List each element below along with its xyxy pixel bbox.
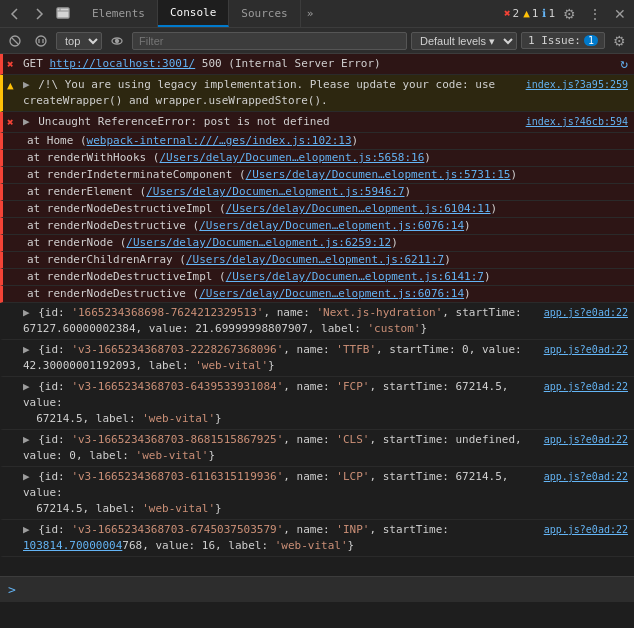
stack-render-node3: at renderNode (/Users/delay/Documen…elop… [0, 235, 634, 252]
stack-render-node5: at renderNodeDestructive (/Users/delay/D… [0, 286, 634, 303]
log-ttfb: app.js?e0ad:22 ▶ {id: 'v3-1665234368703-… [0, 340, 634, 377]
console-output: ✖ GET http://localhost:3001/ 500 (Intern… [0, 54, 634, 576]
svg-point-5 [36, 36, 46, 46]
stack-indet-link[interactable]: /Users/delay/Documen…elopment.js:5731:15 [246, 168, 511, 181]
pause-on-exceptions-button[interactable] [30, 32, 52, 50]
error-icon-2: ✖ [7, 115, 14, 131]
ref-error-source[interactable]: index.js?46cb:594 [526, 114, 628, 130]
svg-point-9 [116, 39, 119, 42]
stack-render-node4: at renderNodeDestructiveImpl (/Users/del… [0, 269, 634, 286]
console-prompt: > [8, 582, 16, 597]
stack-render-children: at renderChildrenArray (/Users/delay/Doc… [0, 252, 634, 269]
tab-sources[interactable]: Sources [229, 0, 300, 27]
stack-render-hooks: at renderWithHooks (/Users/delay/Documen… [0, 150, 634, 167]
log-hydration: app.js?e0ad:22 ▶ {id: '1665234368698-762… [0, 303, 634, 340]
warning-icon: ▲ [7, 78, 14, 94]
log-fcp: app.js?e0ad:22 ▶ {id: 'v3-1665234368703-… [0, 377, 634, 430]
console-input-bar: > [0, 576, 634, 602]
back-button[interactable] [4, 5, 26, 23]
stack-node3-link[interactable]: /Users/delay/Documen…elopment.js:6259:12 [126, 236, 391, 249]
tab-console[interactable]: Console [158, 0, 229, 27]
stack-node4-link[interactable]: /Users/delay/Documen…elopment.js:6141:7 [226, 270, 484, 283]
console-repl-input[interactable] [20, 583, 626, 596]
info-icon: ℹ [542, 7, 546, 20]
collapse-log4[interactable]: ▶ [23, 433, 30, 446]
log-inp: app.js?e0ad:22 ▶ {id: 'v3-1665234368703-… [0, 520, 634, 557]
stack-hooks-link[interactable]: /Users/delay/Documen…elopment.js:5658:16 [159, 151, 424, 164]
badge-area: ✖ 2 ▲ 1 ℹ 1 ⚙ ⋮ ✕ [504, 4, 630, 24]
collapse-arrow[interactable]: ▶ [23, 78, 30, 91]
issue-count: 1 [584, 35, 598, 46]
svg-line-4 [12, 38, 18, 44]
error-count: 2 [513, 7, 520, 20]
tab-elements[interactable]: Elements [80, 0, 158, 27]
stack-node1-link[interactable]: /Users/delay/Documen…elopment.js:6104:11 [226, 202, 491, 215]
clear-console-button[interactable] [4, 32, 26, 50]
stack-render-indet: at renderIndeterminateComponent (/Users/… [0, 167, 634, 184]
svg-rect-0 [57, 8, 69, 18]
collapse-log2[interactable]: ▶ [23, 343, 30, 356]
issues-badge[interactable]: 1 Issue: 1 [521, 32, 605, 49]
info-count-badge[interactable]: ℹ 1 [542, 7, 555, 20]
localhost-link[interactable]: http://localhost:3001/ [50, 57, 196, 70]
more-button[interactable]: ⋮ [584, 4, 606, 24]
stack-el-link[interactable]: /Users/delay/Documen…elopment.js:5946:7 [146, 185, 404, 198]
error-count-badge[interactable]: ✖ 2 [504, 7, 519, 20]
collapse-log6[interactable]: ▶ [23, 523, 30, 536]
stack-children-link[interactable]: /Users/delay/Documen…elopment.js:6211:7 [186, 253, 444, 266]
source-ref-2[interactable]: app.js?e0ad:22 [544, 342, 628, 358]
source-ref-3[interactable]: app.js?e0ad:22 [544, 379, 628, 395]
console-settings-button[interactable]: ⚙ [609, 31, 630, 51]
console-line-warning: ▲ index.js?3a95:259 ▶ /!\ You are using … [0, 75, 634, 112]
console-line-get-error: ✖ GET http://localhost:3001/ 500 (Intern… [0, 54, 634, 75]
warning-source-link[interactable]: index.js?3a95:259 [526, 77, 628, 93]
console-line-refError: ✖ index.js?46cb:594 ▶ Uncaught Reference… [0, 112, 634, 133]
inspect-button[interactable] [52, 5, 74, 23]
warning-count-badge[interactable]: ▲ 1 [523, 7, 538, 20]
filter-input[interactable] [132, 32, 407, 50]
stack-node2-link[interactable]: /Users/delay/Documen…elopment.js:6076:14 [199, 219, 464, 232]
source-ref-5[interactable]: app.js?e0ad:22 [544, 469, 628, 485]
tab-more[interactable]: » [301, 0, 320, 27]
log-cls: app.js?e0ad:22 ▶ {id: 'v3-1665234368703-… [0, 430, 634, 467]
info-count: 1 [548, 7, 555, 20]
warning-count: 1 [532, 7, 539, 20]
collapse-arrow-2[interactable]: ▶ [23, 115, 30, 128]
source-ref-1[interactable]: app.js?e0ad:22 [544, 305, 628, 321]
close-button[interactable]: ✕ [610, 4, 630, 24]
stack-render-node1: at renderNodeDestructiveImpl (/Users/del… [0, 201, 634, 218]
log-levels-select[interactable]: Default levels ▾ [411, 32, 517, 50]
eye-button[interactable] [106, 32, 128, 50]
source-ref-6[interactable]: app.js?e0ad:22 [544, 522, 628, 538]
refresh-icon[interactable]: ↻ [620, 56, 628, 72]
collapse-log3[interactable]: ▶ [23, 380, 30, 393]
stack-render-node2: at renderNodeDestructive (/Users/delay/D… [0, 218, 634, 235]
error-icon: ✖ [7, 57, 14, 73]
source-ref-4[interactable]: app.js?e0ad:22 [544, 432, 628, 448]
collapse-log5[interactable]: ▶ [23, 470, 30, 483]
settings-button[interactable]: ⚙ [559, 4, 580, 24]
stack-render-el: at renderElement (/Users/delay/Documen…e… [0, 184, 634, 201]
collapse-log1[interactable]: ▶ [23, 306, 30, 319]
warning-icon: ▲ [523, 7, 530, 20]
error-icon: ✖ [504, 7, 511, 20]
stack-home-link[interactable]: webpack-internal:///…ges/index.js:102:13 [87, 134, 352, 147]
top-toolbar: Elements Console Sources » ✖ 2 ▲ 1 ℹ 1 ⚙… [0, 0, 634, 28]
stack-node5-link[interactable]: /Users/delay/Documen…elopment.js:6076:14 [199, 287, 464, 300]
forward-button[interactable] [28, 5, 50, 23]
log-lcp: app.js?e0ad:22 ▶ {id: 'v3-1665234368703-… [0, 467, 634, 520]
context-selector[interactable]: top [56, 32, 102, 50]
stack-home: at Home (webpack-internal:///…ges/index.… [0, 133, 634, 150]
console-toolbar: top Default levels ▾ 1 Issue: 1 ⚙ [0, 28, 634, 54]
